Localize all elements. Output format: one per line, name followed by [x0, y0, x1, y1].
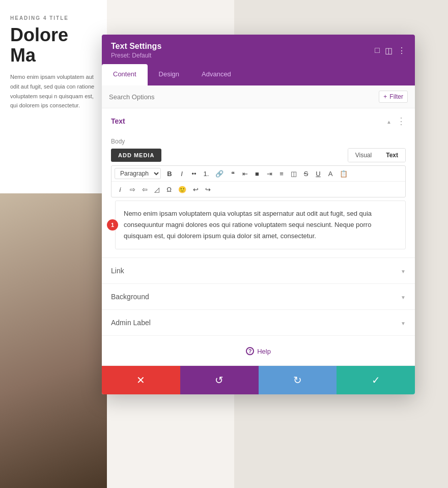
- color-button[interactable]: A: [325, 168, 336, 179]
- visual-button[interactable]: Visual: [348, 149, 379, 162]
- modal-preset[interactable]: Preset: Default: [111, 52, 161, 59]
- tab-content[interactable]: Content: [102, 64, 148, 85]
- help-button[interactable]: ? Help: [246, 347, 271, 355]
- outdent-button[interactable]: ⇦: [139, 184, 150, 195]
- link-section[interactable]: Link: [102, 258, 415, 284]
- blockquote-button[interactable]: ❝: [227, 168, 238, 179]
- page-title: Dolore Ma: [10, 25, 97, 65]
- text-section-title: Text: [111, 117, 125, 125]
- emoji-button[interactable]: 🙂: [176, 184, 189, 195]
- modal-header-icons: □ ◫ ⋮: [375, 46, 406, 55]
- section-more-icon[interactable]: ⋮: [397, 116, 406, 127]
- modal-title-area: Text Settings Preset: Default: [111, 42, 161, 59]
- editor-content[interactable]: Nemo enim ipsam voluptatem quia voluptas…: [115, 200, 406, 249]
- italic-button[interactable]: I: [176, 168, 187, 179]
- undo-button[interactable]: ↺: [180, 366, 259, 394]
- redo-editor-button[interactable]: ↪: [202, 184, 213, 195]
- add-media-button[interactable]: ADD MEDIA: [111, 149, 161, 162]
- align-left-button[interactable]: ⇤: [239, 168, 250, 179]
- text-button[interactable]: Text: [379, 149, 405, 162]
- expand-icon[interactable]: □: [375, 46, 380, 55]
- modal-title: Text Settings: [111, 42, 161, 51]
- italic-small-button[interactable]: i: [115, 184, 126, 195]
- ordered-list-button[interactable]: 1.: [201, 168, 212, 179]
- underline-button[interactable]: U: [313, 168, 324, 179]
- unordered-list-button[interactable]: ••: [188, 168, 200, 179]
- more-options-icon[interactable]: ⋮: [398, 46, 406, 55]
- heading-label: HEADING 4 TITLE: [10, 15, 97, 21]
- redo-button[interactable]: ↻: [259, 366, 337, 394]
- modal-header: Text Settings Preset: Default □ ◫ ⋮: [102, 35, 415, 64]
- columns-icon[interactable]: ◫: [385, 46, 393, 55]
- admin-label-section[interactable]: Admin Label: [102, 310, 415, 336]
- modal-body: Text ⋮ Body ADD MEDIA Visual Text: [102, 108, 415, 365]
- editor-area: ADD MEDIA Visual Text Paragraph B I: [102, 148, 415, 257]
- justify-button[interactable]: ≡: [276, 168, 287, 179]
- paragraph-select[interactable]: Paragraph: [115, 168, 161, 179]
- help-label: Help: [257, 348, 271, 355]
- help-circle-icon: ?: [246, 347, 254, 355]
- strikethrough-button[interactable]: S: [300, 168, 312, 179]
- text-section-header[interactable]: Text ⋮: [102, 108, 415, 134]
- omega-button[interactable]: Ω: [163, 184, 175, 195]
- content-wrapper: 1 Nemo enim ipsam voluptatem quia volupt…: [111, 200, 406, 249]
- table-button[interactable]: ◫: [288, 168, 299, 179]
- search-input[interactable]: [109, 93, 379, 101]
- section-header-icons: ⋮: [386, 116, 406, 127]
- step-indicator: 1: [107, 219, 118, 231]
- help-section: ? Help: [102, 336, 415, 365]
- modal-tabs: Content Design Advanced: [102, 64, 415, 85]
- collapse-icon[interactable]: [386, 117, 391, 126]
- filter-label: Filter: [389, 93, 403, 100]
- editor-toolbar: Paragraph B I •• 1. 🔗 ❝ ⇤ ■ ⇥ ≡ ◫ S: [111, 165, 406, 197]
- search-bar: + Filter: [102, 85, 415, 108]
- toolbar-row-1: Paragraph B I •• 1. 🔗 ❝ ⇤ ■ ⇥ ≡ ◫ S: [111, 166, 405, 182]
- page-image: [0, 193, 107, 488]
- save-button[interactable]: ✓: [337, 366, 415, 394]
- cancel-button[interactable]: ✕: [102, 366, 180, 394]
- tab-advanced[interactable]: Advanced: [190, 64, 242, 85]
- background-section-title: Background: [111, 293, 149, 301]
- body-label: Body: [102, 134, 415, 148]
- paste-button[interactable]: 📋: [337, 168, 350, 179]
- editor-top-bar: ADD MEDIA Visual Text: [111, 148, 406, 162]
- admin-label-section-title: Admin Label: [111, 319, 151, 327]
- undo-editor-button[interactable]: ↩: [190, 184, 201, 195]
- align-right-button[interactable]: ⇥: [264, 168, 275, 179]
- filter-button[interactable]: + Filter: [379, 91, 408, 103]
- modal-footer: ✕ ↺ ↻ ✓: [102, 365, 415, 394]
- background-section[interactable]: Background: [102, 284, 415, 310]
- indent-button[interactable]: ⇨: [127, 184, 138, 195]
- bold-button[interactable]: B: [164, 168, 175, 179]
- background-chevron-icon: [401, 292, 406, 301]
- page-body-text: Nemo enim ipsam voluptatem aut odit aut …: [10, 72, 97, 110]
- text-settings-modal: Text Settings Preset: Default □ ◫ ⋮ Cont…: [102, 35, 415, 394]
- fullscreen-button[interactable]: ◿: [151, 184, 162, 195]
- align-center-button[interactable]: ■: [251, 168, 263, 179]
- text-section: Text ⋮ Body ADD MEDIA Visual Text: [102, 108, 415, 258]
- toolbar-row-2: i ⇨ ⇦ ◿ Ω 🙂 ↩ ↪: [111, 182, 405, 197]
- link-section-title: Link: [111, 267, 124, 275]
- tab-design[interactable]: Design: [148, 64, 190, 85]
- filter-plus-icon: +: [383, 93, 387, 100]
- link-button[interactable]: 🔗: [213, 168, 226, 179]
- link-chevron-icon: [401, 266, 406, 275]
- visual-text-toggle: Visual Text: [348, 148, 406, 162]
- admin-label-chevron-icon: [401, 318, 406, 327]
